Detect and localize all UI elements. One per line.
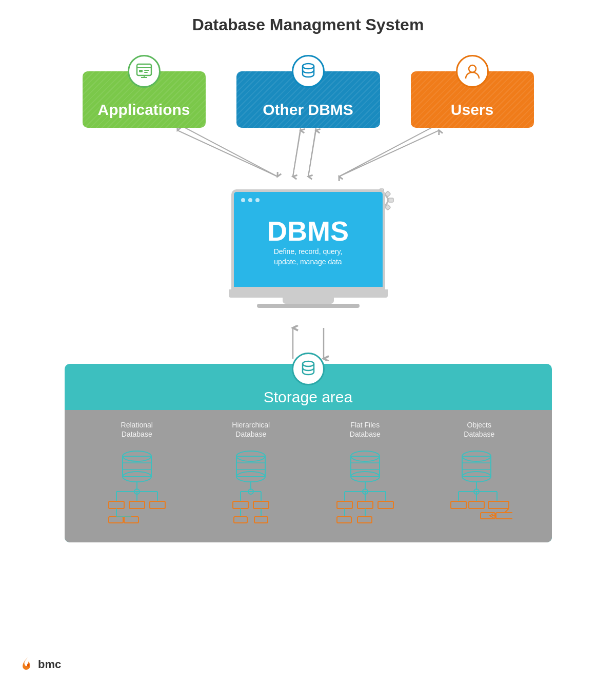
laptop-base [229, 289, 388, 298]
laptop-screen: DBMS Define, record, query,update, manag… [231, 189, 385, 289]
objects-db-diagram [446, 445, 512, 527]
svg-point-8 [469, 65, 476, 72]
svg-rect-83 [462, 456, 491, 477]
user-icon [463, 62, 482, 81]
svg-rect-22 [388, 198, 393, 202]
relational-db-diagram [106, 445, 168, 527]
svg-rect-63 [254, 517, 268, 523]
svg-rect-57 [233, 501, 248, 509]
dbms-subtitle: Define, record, query,update, manage dat… [274, 247, 343, 267]
bmc-logo: bmc [21, 656, 61, 673]
page-title: Database Managment System [192, 15, 424, 34]
svg-rect-79 [337, 517, 351, 523]
svg-rect-93 [469, 501, 484, 509]
svg-point-7 [303, 64, 314, 69]
svg-rect-59 [253, 501, 269, 509]
laptop-stand [283, 298, 334, 304]
database-icon [299, 62, 318, 81]
hierarchical-db-label: HierarchicalDatabase [232, 420, 270, 439]
svg-line-14 [308, 130, 316, 177]
svg-rect-45 [109, 517, 123, 523]
svg-line-13 [293, 130, 301, 177]
storage-db-icon [299, 359, 318, 379]
storage-label: Storage area [264, 388, 352, 406]
laptop-wrapper: DBMS Define, record, query,update, manag… [221, 189, 395, 323]
dot2 [248, 198, 252, 202]
hierarchical-db-item: HierarchicalDatabase [202, 420, 300, 527]
svg-rect-3 [144, 70, 149, 71]
flat-files-db-diagram [334, 445, 396, 527]
svg-rect-73 [337, 501, 352, 509]
svg-rect-4 [144, 72, 148, 73]
svg-line-10 [177, 130, 277, 177]
users-icon-circle [456, 55, 489, 88]
bmc-logo-text: bmc [38, 658, 61, 671]
app-icon [135, 62, 153, 81]
main-container: Database Managment System Applications [0, 0, 616, 683]
storage-top: Storage area [65, 364, 552, 410]
svg-rect-65 [351, 456, 380, 477]
storage-databases: RelationalDatabase [65, 410, 552, 542]
dbms-section: DBMS Define, record, query,update, manag… [221, 189, 395, 323]
top-boxes-row: Applications Other DBMS [0, 55, 616, 128]
arrows-svg [103, 128, 513, 184]
other-dbms-box-group: Other DBMS [236, 55, 380, 128]
laptop-screen-inner: DBMS Define, record, query,update, manag… [234, 192, 383, 287]
top-arrows [103, 128, 513, 184]
svg-rect-75 [357, 501, 373, 509]
dot1 [241, 198, 245, 202]
svg-rect-39 [109, 501, 124, 509]
flame-icon [21, 656, 35, 673]
svg-rect-0 [137, 64, 151, 75]
svg-rect-49 [236, 456, 265, 477]
relational-db-label: RelationalDatabase [121, 420, 153, 439]
storage-section: Storage area RelationalDatabase [65, 364, 552, 542]
other-dbms-icon-circle [292, 55, 325, 88]
screen-dots [241, 198, 260, 202]
users-box-group: Users [411, 55, 534, 128]
storage-icon-circle [292, 353, 325, 385]
svg-rect-91 [451, 501, 466, 509]
flat-files-db-label: Flat FilesDatabase [350, 420, 381, 439]
svg-rect-41 [150, 501, 165, 509]
svg-line-15 [339, 128, 431, 177]
svg-rect-43 [129, 501, 145, 509]
dot3 [255, 198, 260, 202]
svg-rect-46 [124, 517, 138, 523]
svg-rect-2 [139, 70, 143, 72]
objects-db-label: ObjectsDatabase [464, 420, 494, 439]
applications-icon-circle [128, 55, 161, 88]
svg-rect-61 [234, 517, 247, 523]
svg-line-97 [505, 509, 509, 513]
svg-rect-98 [496, 513, 512, 519]
svg-line-9 [185, 128, 277, 177]
objects-db-item: ObjectsDatabase [430, 420, 528, 527]
dbms-title: DBMS [267, 217, 349, 245]
svg-rect-95 [488, 501, 509, 509]
svg-point-29 [303, 361, 314, 366]
svg-rect-81 [357, 517, 372, 523]
relational-db-item: RelationalDatabase [88, 420, 186, 527]
svg-rect-31 [123, 456, 151, 477]
svg-line-16 [339, 130, 439, 177]
hierarchical-db-diagram [220, 445, 282, 527]
svg-rect-77 [378, 501, 393, 509]
laptop-foot [257, 304, 360, 308]
flat-files-db-item: Flat FilesDatabase [316, 420, 414, 527]
applications-box-group: Applications [83, 55, 206, 128]
